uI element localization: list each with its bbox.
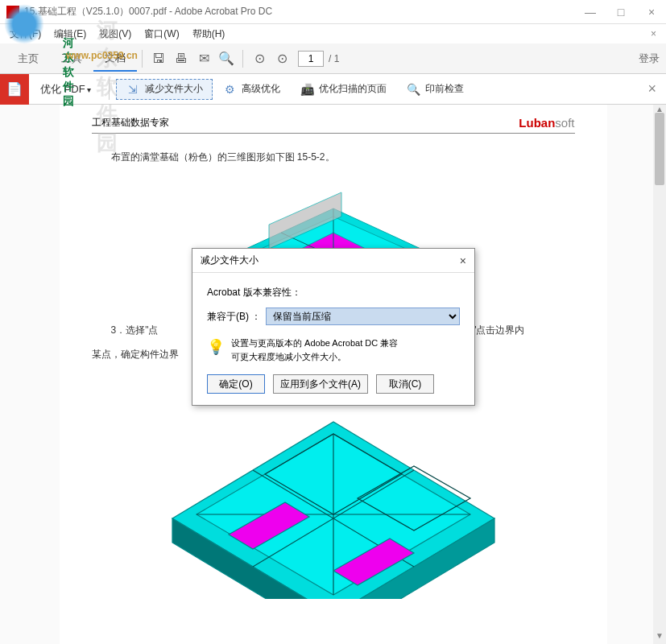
advanced-icon: ⚙ [222, 82, 237, 97]
mail-icon[interactable]: ✉ [192, 47, 215, 70]
compat-label: 兼容于(B) ： [207, 310, 261, 324]
menu-window[interactable]: 窗口(W) [139, 26, 184, 43]
window-titlebar: 15.基础工程（V25.1.0）0007.pdf - Adobe Acrobat… [0, 0, 666, 24]
preflight-button[interactable]: 🔍 印前检查 [396, 82, 474, 97]
menu-bar: 文件(F) 编辑(E) 视图(V) 窗口(W) 帮助(H) × [0, 24, 666, 43]
figure-2 [92, 374, 575, 605]
hint-line-2: 可更大程度地减小文件大小。 [231, 350, 398, 364]
menu-close-button[interactable]: × [646, 28, 661, 39]
preflight-icon: 🔍 [406, 82, 420, 97]
search-icon[interactable]: 🔍 [215, 47, 238, 70]
cancel-button[interactable]: 取消(C) [376, 374, 434, 394]
tab-bar: 主页 工具 文档 🖫 🖶 ✉ 🔍 ⊙ ⊙ / 1 登录 [0, 43, 666, 74]
scan-label: 优化扫描的页面 [319, 82, 387, 96]
doc-paragraph-1: 布置的满堂基础（粉色）的三维图形如下图 15-5-2。 [92, 148, 575, 167]
vertical-scrollbar[interactable]: ▲ ▼ [653, 105, 666, 644]
close-window-button[interactable]: × [643, 6, 660, 19]
dialog-body: Acrobat 版本兼容性： 兼容于(B) ： 保留当前压缩 💡 设置与更高版本… [192, 273, 474, 405]
advanced-label: 高级优化 [242, 82, 280, 96]
separator [242, 50, 243, 68]
tab-home[interactable]: 主页 [6, 47, 50, 71]
scroll-thumb[interactable] [655, 113, 664, 185]
ok-button[interactable]: 确定(O) [207, 374, 265, 394]
menu-view[interactable]: 视图(V) [94, 26, 136, 43]
tab-document[interactable]: 文档 [93, 46, 137, 72]
tab-tools[interactable]: 工具 [50, 47, 93, 71]
dialog-hint: 💡 设置与更高版本的 Adobe Acrobat DC 兼容 可更大程度地减小文… [207, 336, 460, 363]
reduce-icon: ⇲ [126, 82, 140, 97]
reduce-label: 减少文件大小 [145, 82, 203, 96]
lightbulb-icon: 💡 [207, 336, 225, 363]
page-up-icon[interactable]: ⊙ [248, 47, 271, 70]
scan-icon: 📠 [300, 82, 314, 97]
hint-line-1: 设置与更高版本的 Adobe Acrobat DC 兼容 [231, 336, 398, 350]
doc-header: 工程基础数据专家 Lubansoft [92, 113, 575, 134]
menu-edit[interactable]: 编辑(E) [49, 26, 91, 43]
doc-brand: Lubansoft [519, 116, 574, 130]
optimize-scan-button[interactable]: 📠 优化扫描的页面 [290, 82, 396, 97]
menu-file[interactable]: 文件(F) [5, 26, 46, 43]
isometric-drawing-2 [124, 374, 543, 599]
menu-help[interactable]: 帮助(H) [188, 26, 230, 43]
app-icon [6, 6, 19, 19]
page-number-input[interactable] [298, 51, 324, 67]
reduce-file-size-dialog: 减少文件大小 × Acrobat 版本兼容性： 兼容于(B) ： 保留当前压缩 … [192, 248, 475, 406]
optimize-pdf-dropdown[interactable]: 优化 PDF [29, 82, 102, 97]
preflight-label: 印前检查 [425, 82, 464, 96]
dialog-close-button[interactable]: × [460, 254, 466, 267]
page-total: / 1 [329, 53, 339, 64]
page-down-icon[interactable]: ⊙ [271, 47, 293, 70]
separator [109, 79, 110, 100]
apply-multiple-button[interactable]: 应用到多个文件(A) [273, 374, 368, 394]
dialog-title-text: 减少文件大小 [201, 254, 259, 267]
window-title: 15.基础工程（V25.1.0）0007.pdf - Adobe Acrobat… [24, 5, 582, 19]
compat-select[interactable]: 保留当前压缩 [266, 308, 460, 325]
separator [142, 50, 143, 68]
login-button[interactable]: 登录 [639, 52, 660, 66]
scroll-down-arrow[interactable]: ▼ [653, 631, 666, 644]
tool-category-icon[interactable]: 📄 [0, 74, 29, 105]
advanced-optimize-button[interactable]: ⚙ 高级优化 [213, 82, 290, 97]
dialog-titlebar: 减少文件大小 × [192, 249, 474, 273]
compatibility-field: 兼容于(B) ： 保留当前压缩 [207, 308, 460, 325]
doc-header-left: 工程基础数据专家 [92, 116, 169, 130]
close-toolbar-button[interactable]: × [638, 80, 666, 97]
minimize-button[interactable]: — [582, 6, 598, 19]
optimize-toolbar: 📄 优化 PDF ⇲ 减少文件大小 ⚙ 高级优化 📠 优化扫描的页面 🔍 印前检… [0, 74, 666, 105]
dialog-buttons: 确定(O) 应用到多个文件(A) 取消(C) [207, 374, 460, 394]
dialog-section-label: Acrobat 版本兼容性： [207, 286, 460, 299]
reduce-file-size-button[interactable]: ⇲ 减少文件大小 [116, 79, 213, 100]
save-icon[interactable]: 🖫 [147, 47, 170, 70]
maximize-button[interactable]: □ [613, 6, 629, 19]
print-icon[interactable]: 🖶 [170, 47, 192, 70]
